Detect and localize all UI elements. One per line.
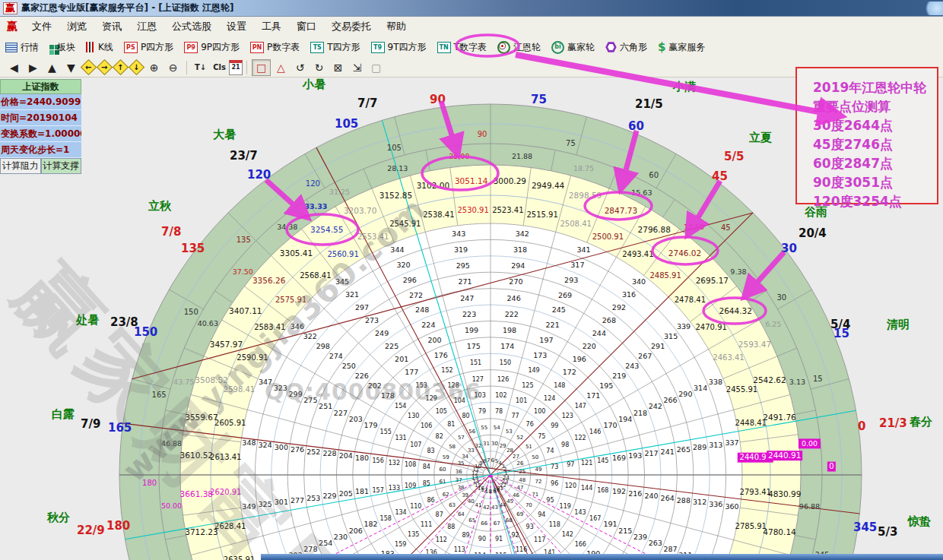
zoom-out-button[interactable]: ⊖ <box>164 60 182 75</box>
menu-江恩[interactable]: 江恩 <box>129 20 164 33</box>
shift-down-button[interactable]: ↓ <box>129 59 144 75</box>
toolbar-P数字表[interactable]: PNP数字表 <box>245 41 305 54</box>
svg-text:34: 34 <box>462 454 468 460</box>
toolbar-9T四方形[interactable]: T99T四方形 <box>366 41 432 54</box>
page-left-button[interactable]: ◀ <box>5 60 23 75</box>
menu-帮助[interactable]: 帮助 <box>379 20 414 33</box>
svg-text:337: 337 <box>725 438 738 447</box>
menu-窗口[interactable]: 窗口 <box>289 20 324 33</box>
toolbar-label: 9T四方形 <box>388 41 427 54</box>
svg-text:99: 99 <box>551 422 558 429</box>
svg-text:292: 292 <box>612 303 626 312</box>
svg-text:152: 152 <box>441 367 452 374</box>
svg-text:193: 193 <box>628 451 642 460</box>
svg-text:222: 222 <box>505 310 519 318</box>
page-right-button[interactable]: ▶ <box>24 60 42 75</box>
toolbar-9P四方形[interactable]: P99P四方形 <box>179 41 245 54</box>
svg-text:197: 197 <box>539 336 553 344</box>
app-icon: 赢 <box>3 2 17 14</box>
shift-up-button[interactable]: ↑ <box>113 59 129 75</box>
delete-box-button[interactable]: ⊠ <box>329 60 347 75</box>
bottom-strip <box>261 554 943 560</box>
svg-text:267: 267 <box>638 352 652 360</box>
svg-text:289: 289 <box>693 443 706 451</box>
svg-text:204: 204 <box>339 451 353 460</box>
svg-text:53: 53 <box>506 429 513 435</box>
svg-text:6.25: 6.25 <box>765 320 781 328</box>
toolbar-赢家轮[interactable]: bi赢家轮 <box>546 41 600 54</box>
clear-shapes-button[interactable]: ▢ <box>367 60 385 75</box>
svg-text:67: 67 <box>494 520 500 527</box>
svg-text:265: 265 <box>677 445 691 454</box>
shift-left-button[interactable]: ← <box>81 59 97 75</box>
svg-text:98: 98 <box>561 441 569 448</box>
svg-text:70: 70 <box>525 502 532 508</box>
svg-text:3508.82: 3508.82 <box>195 375 227 384</box>
zoom-in-button[interactable]: ⊕ <box>145 60 163 75</box>
window-controls[interactable] <box>923 2 943 15</box>
svg-text:293: 293 <box>564 276 578 284</box>
svg-text:28: 28 <box>506 448 513 454</box>
svg-text:314: 314 <box>694 384 707 392</box>
calc-support-button[interactable]: 计算支撑 <box>41 158 82 174</box>
svg-text:2583.41: 2583.41 <box>254 323 285 331</box>
toolbar-label: P数字表 <box>267 41 300 54</box>
svg-text:253: 253 <box>306 494 320 502</box>
toolbar-六角形[interactable]: 六角形 <box>600 41 652 54</box>
calendar-icon[interactable]: 21 <box>229 60 243 75</box>
menu-公式选股[interactable]: 公式选股 <box>164 20 219 33</box>
svg-text:47: 47 <box>516 485 523 491</box>
square-tool-button[interactable]: □ <box>252 59 271 76</box>
fit-view-button[interactable]: ⇲ <box>348 60 366 75</box>
nav-up-button[interactable]: ▲ <box>43 60 61 75</box>
svg-text:345: 345 <box>335 277 349 286</box>
toolbar-T数字表[interactable]: TNT数字表 <box>432 41 492 54</box>
svg-text:102: 102 <box>495 392 506 399</box>
toolbar-行情[interactable]: 行情 <box>0 41 44 54</box>
menu-交易委托[interactable]: 交易委托 <box>324 20 379 33</box>
svg-text:252: 252 <box>306 448 320 456</box>
toolbar-K线[interactable]: K线 <box>81 41 119 54</box>
menu-文件[interactable]: 文件 <box>24 20 59 33</box>
svg-text:106: 106 <box>421 422 432 429</box>
nav-down-button[interactable]: ▼ <box>62 60 80 75</box>
calc-resistance-button[interactable]: 计算阻力 <box>0 158 41 174</box>
rotate-ccw-button[interactable]: ↺ <box>291 60 309 75</box>
toolbar-江恩轮[interactable]: 江恩轮 <box>492 41 546 54</box>
toolbar-T四方形[interactable]: TST四方形 <box>305 41 365 54</box>
toolbar-赢家服务[interactable]: $赢家服务 <box>652 40 710 54</box>
cls-button-button[interactable]: Cls <box>211 60 228 75</box>
toolbar-label: P四方形 <box>141 41 173 54</box>
note-line-5: 90度3051点 <box>813 173 937 192</box>
menu-浏览[interactable]: 浏览 <box>59 20 94 33</box>
menu-资讯[interactable]: 资讯 <box>94 20 129 33</box>
svg-text:338: 338 <box>709 378 722 386</box>
svg-text:203: 203 <box>349 415 363 423</box>
triangle-tool-button[interactable]: △ <box>272 60 290 75</box>
svg-text:100: 100 <box>534 408 545 415</box>
t-scale-button[interactable]: T↓ <box>192 60 209 75</box>
rotate-cw-button[interactable]: ↻ <box>310 60 328 75</box>
svg-text:319: 319 <box>454 245 468 254</box>
svg-text:3407.11: 3407.11 <box>229 306 262 315</box>
toolbar-板块[interactable]: 板块 <box>44 41 81 54</box>
svg-text:135: 135 <box>237 236 251 244</box>
svg-text:90: 90 <box>478 130 487 138</box>
svg-text:225: 225 <box>385 342 398 350</box>
svg-text:0.00: 0.00 <box>802 439 818 448</box>
svg-text:205: 205 <box>339 489 353 498</box>
svg-text:249: 249 <box>375 329 389 337</box>
svg-text:240: 240 <box>644 492 658 500</box>
toolbar-label: 9P四方形 <box>201 41 240 54</box>
svg-text:32: 32 <box>475 443 481 449</box>
shift-right-button[interactable]: → <box>97 59 113 75</box>
svg-text:216: 216 <box>628 489 642 498</box>
svg-text:200: 200 <box>427 336 441 344</box>
svg-text:315: 315 <box>664 332 678 340</box>
svg-text:5: 5 <box>495 458 498 464</box>
svg-text:174: 174 <box>500 342 514 350</box>
menu-工具[interactable]: 工具 <box>254 20 289 33</box>
toolbar-P四方形[interactable]: PSP四方形 <box>119 41 179 54</box>
svg-text:300: 300 <box>275 443 288 451</box>
menu-设置[interactable]: 设置 <box>219 20 254 33</box>
